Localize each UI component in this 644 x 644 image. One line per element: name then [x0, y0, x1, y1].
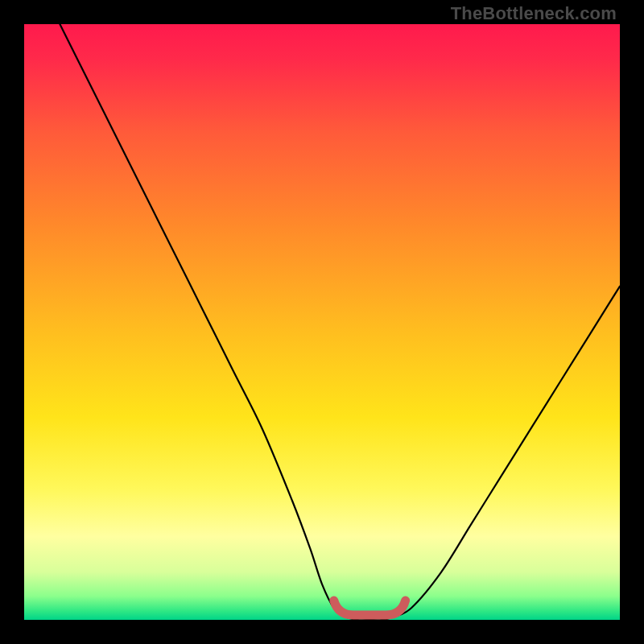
plot-area: [24, 24, 620, 620]
optimal-region-highlight: [334, 601, 406, 615]
bottleneck-curve-layer: [24, 24, 620, 620]
watermark-text: TheBottleneck.com: [451, 3, 617, 24]
chart-frame: TheBottleneck.com: [0, 0, 644, 644]
bottleneck-curve: [60, 24, 620, 620]
